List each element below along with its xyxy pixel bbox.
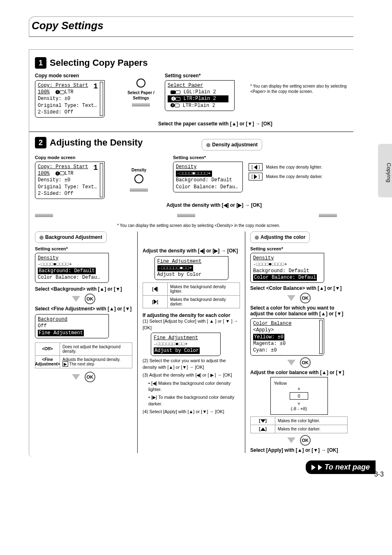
copy-mode-label-2: Copy mode screen bbox=[35, 155, 117, 160]
right-key-icon: [ ] bbox=[249, 173, 263, 180]
colB-s1: (1) Select [Adjust by Color] with [ ▲ ] … bbox=[143, 318, 240, 331]
select-paper-label: Select Paper / Settings bbox=[120, 90, 161, 101]
density-lcd: Density -□□□□■□□□□+ Background: Default … bbox=[173, 162, 243, 192]
colA-bg-lcd: Background Off Fine Adjustment bbox=[35, 314, 109, 338]
down-arrow-icon bbox=[287, 360, 295, 365]
down-arrow-icon bbox=[72, 374, 80, 380]
colB-fa-lcd: Fine Adjustment -□□□□□□■□□+ Adjust by Co… bbox=[154, 256, 228, 280]
right-key-desc: Makes the copy density darker. bbox=[266, 174, 323, 179]
colA-step1: Select <Background> with [▲] or [▼] bbox=[35, 286, 132, 292]
colB-heading2: If adjusting the density for each color bbox=[143, 312, 240, 318]
setting-screen-label: Setting screen* bbox=[165, 73, 243, 79]
section1-number: 1 bbox=[35, 57, 46, 69]
colA-step2: Select <Fine Adjustment> with [▲] or [▼] bbox=[35, 306, 132, 312]
colA-setting-label: Setting screen* bbox=[35, 246, 132, 251]
left-key-icon: [ ] bbox=[249, 163, 263, 171]
colC-cb-lcd: Color Balance <Apply> Yellow: ±0 Magenta… bbox=[250, 318, 324, 356]
colB-s2: (2) Select the color you want to adjust … bbox=[143, 358, 240, 370]
colB-s3b: • [▶] To make the background color densi… bbox=[148, 394, 240, 407]
section1-instruction: Select the paper cassette with [▲] or [▼… bbox=[158, 121, 348, 127]
colC-setting-label: Setting screen* bbox=[250, 246, 348, 251]
colA-option-table: <Off>Does not adjust the background dens… bbox=[35, 342, 132, 368]
ok-button-icon: OK bbox=[85, 372, 95, 382]
ok-button-icon: OK bbox=[85, 294, 95, 304]
colB-key-table: [ ]Makes the background density lighter.… bbox=[143, 282, 240, 308]
next-arrow-icon bbox=[311, 465, 316, 470]
colB-s3: (3) Adjust the density with [◀] or [ ▶ ]… bbox=[143, 372, 240, 378]
adjusting-color-heading: Adjusting the color bbox=[250, 231, 310, 243]
colB-fa2-lcd: Fine Adjustment -□□□□□□■□□+ Adjust by Co… bbox=[151, 333, 221, 356]
left-key-desc: Makes the copy density lighter. bbox=[266, 164, 322, 170]
section2-title: Adjusting the Density bbox=[50, 137, 143, 148]
colA-density-lcd: Density -□□□□■□□□□+ Background: Default … bbox=[35, 253, 109, 283]
colC-key-table: [ ]Makes the color lighter. [ ]Makes the… bbox=[250, 416, 348, 433]
section2-subnote: * You can display the setting screen als… bbox=[117, 223, 348, 228]
colC-step4: Select [Apply] with [▲] or [▼] → [OK] bbox=[250, 447, 348, 453]
density-adjustment-panel: Density adjustment bbox=[202, 139, 262, 150]
section2-number: 2 bbox=[35, 137, 46, 148]
background-adjustment-heading: Background Adjustment bbox=[35, 231, 107, 243]
copy-mode-lcd: Copy: Press Start 100% 1LTR1 Density: ±0… bbox=[35, 80, 105, 118]
to-next-page-badge: To next page bbox=[306, 460, 376, 474]
copy-mode-lcd-2: Copy: Press Start 100% 1LTR1 Density: ±0… bbox=[35, 162, 105, 199]
down-arrow-icon bbox=[287, 437, 295, 443]
setting-screen-label-2: Setting screen* bbox=[173, 155, 243, 160]
ok-button-icon: OK bbox=[300, 293, 311, 303]
select-paper-button-icon bbox=[136, 79, 145, 88]
down-arrow-icon bbox=[72, 296, 80, 302]
multi-tray-icon bbox=[171, 90, 175, 94]
section2-instruction: Adjust the density with [◀] or [▶] → [OK… bbox=[166, 202, 348, 208]
yellow-adjust-box: Yellow ▲ 0 ▼ (-8 - +8) bbox=[270, 377, 328, 415]
copy-mode-label: Copy mode screen bbox=[35, 73, 117, 79]
colB-step1: Adjust the density with [◀] or [▶] → [OK… bbox=[143, 248, 240, 254]
ok-button-icon: OK bbox=[300, 357, 311, 368]
colC-step3: Adjust the color balance with [▲] or [▼] bbox=[250, 370, 348, 375]
density-button-icon bbox=[134, 174, 143, 183]
select-paper-lcd: Select Paper LGL:Plain 2 1 LTR:Plain 2 2… bbox=[165, 80, 235, 111]
down-arrow-icon bbox=[287, 295, 295, 301]
next-arrow-icon bbox=[318, 465, 322, 470]
colC-step2: Select a color for which you want to adj… bbox=[250, 305, 348, 317]
colC-step1: Select <Color Balance> with [▲] or [▼] bbox=[250, 285, 348, 291]
colB-s3a: • [◀] Makes the background color density… bbox=[148, 380, 240, 393]
section1-title: Selecting Copy Papers bbox=[50, 58, 148, 68]
ok-button-icon: OK bbox=[300, 435, 311, 446]
density-label: Density bbox=[120, 167, 157, 173]
colC-density-lcd: Density -□□□□■□□□□+ Background: Default … bbox=[250, 253, 324, 283]
section1-footnote: * You can display the setting screen als… bbox=[250, 83, 348, 94]
page-title: Copy Settings bbox=[29, 16, 353, 37]
colB-s4: (4) Select [Apply] with [▲] or [▼] → [OK… bbox=[143, 409, 240, 415]
page-number: 3-3 bbox=[374, 471, 384, 478]
